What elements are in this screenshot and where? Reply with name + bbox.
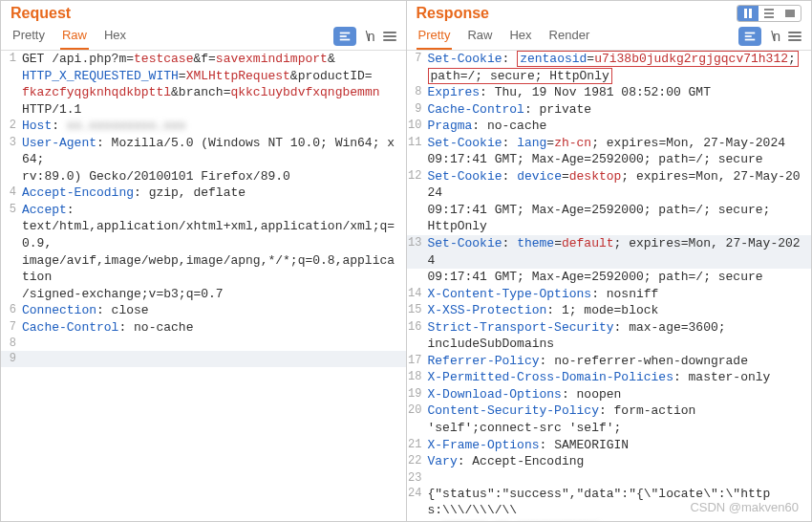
code-line[interactable]: 22Vary: Accept-Encoding	[407, 453, 812, 470]
wrap-lines-icon[interactable]: \n	[366, 29, 374, 44]
svg-rect-3	[745, 32, 756, 33]
line-number: 16	[407, 319, 428, 335]
code-line[interactable]: image/avif,image/webp,image/apng,*/*;q=0…	[1, 252, 406, 286]
line-number: 11	[407, 135, 428, 150]
view-mode-columns[interactable]	[737, 6, 759, 21]
line-number: 22	[407, 453, 428, 468]
line-number: 23	[407, 470, 428, 486]
line-number: 14	[407, 286, 428, 301]
line-content: HTTP_X_REQUESTED_WITH=XMLHttpRequest&pro…	[22, 68, 406, 85]
line-content: 09:17:41 GMT; Max-Age=2592000; path=/; s…	[428, 151, 812, 168]
code-line[interactable]: 17Referrer-Policy: no-referrer-when-down…	[407, 353, 812, 370]
tab-render[interactable]: Render	[547, 22, 592, 50]
view-mode-single[interactable]	[780, 6, 801, 21]
code-line[interactable]: 2Host: xx.xxxxxxxxx.xxx	[1, 118, 406, 135]
code-line[interactable]: includeSubDomains	[407, 336, 812, 353]
line-number: 20	[407, 402, 428, 418]
line-content: Strict-Transport-Security: max-age=3600;	[428, 319, 812, 337]
code-line[interactable]: 8	[1, 336, 406, 351]
code-line[interactable]: 09:17:41 GMT; Max-Age=2592000; path=/; s…	[407, 151, 812, 168]
line-number: 21	[407, 437, 428, 452]
beautify-button[interactable]	[333, 27, 356, 46]
line-content: Vary: Accept-Encoding	[428, 453, 812, 470]
line-content: Content-Security-Policy: form-action	[428, 402, 812, 420]
code-line[interactable]: 21X-Frame-Options: SAMEORIGIN	[407, 437, 812, 454]
line-number: 12	[407, 168, 428, 184]
line-content: 'self';connect-src 'self';	[428, 420, 812, 437]
code-line[interactable]: 3User-Agent: Mozilla/5.0 (Windows NT 10.…	[1, 135, 406, 168]
line-content: Expires: Thu, 19 Nov 1981 08:52:00 GMT	[428, 84, 812, 101]
code-line[interactable]: 16Strict-Transport-Security: max-age=360…	[407, 319, 812, 337]
code-line[interactable]: \/xxxxxx.xx.xxxxxxxxxxx	[407, 519, 812, 521]
line-content: rv:89.0) Gecko/20100101 Firefox/89.0	[22, 168, 406, 185]
view-mode-stacked[interactable]	[759, 6, 780, 21]
code-line[interactable]: 8Expires: Thu, 19 Nov 1981 08:52:00 GMT	[407, 84, 812, 101]
wrap-lines-icon[interactable]: \n	[771, 29, 779, 44]
line-number: 1	[1, 51, 22, 66]
svg-rect-1	[340, 35, 347, 37]
code-line[interactable]: 18X-Permitted-Cross-Domain-Policies: mas…	[407, 369, 812, 386]
code-line[interactable]: 20Content-Security-Policy: form-action	[407, 402, 812, 420]
response-tabs-row: PrettyRawHexRender \n	[407, 22, 812, 51]
line-content: \/xxxxxx.xx.xxxxxxxxxxx	[428, 519, 812, 521]
code-line[interactable]: 19X-Download-Options: noopen	[407, 386, 812, 403]
line-content: path=/; secure; HttpOnly	[428, 68, 812, 85]
line-number: 17	[407, 353, 428, 368]
response-code-area[interactable]: 7Set-Cookie: zentaosid=u7i38b0judkg2rgjg…	[407, 51, 812, 521]
code-line[interactable]: 'self';connect-src 'self';	[407, 420, 812, 437]
code-line[interactable]: 9	[1, 351, 406, 366]
line-number: 2	[1, 118, 22, 133]
response-tab-tools: \n	[738, 27, 801, 46]
code-line[interactable]: 24{"status":"success","data":"{\"locate\…	[407, 486, 812, 519]
line-number: 8	[407, 84, 428, 99]
code-line[interactable]: HttpOnly	[407, 218, 812, 235]
code-line[interactable]: 09:17:41 GMT; Max-Age=2592000; path=/; s…	[407, 202, 812, 219]
line-content: Cache-Control: private	[428, 101, 812, 119]
line-content: 09:17:41 GMT; Max-Age=2592000; path=/; s…	[428, 269, 812, 286]
code-line[interactable]: 9Cache-Control: private	[407, 101, 812, 119]
hamburger-icon[interactable]	[383, 30, 396, 43]
tab-raw[interactable]: Raw	[60, 22, 89, 50]
code-line[interactable]: 23	[407, 470, 812, 486]
code-line[interactable]: 15X-XSS-Protection: 1; mode=block	[407, 302, 812, 319]
beautify-button[interactable]	[738, 27, 761, 46]
code-line[interactable]: 7Cache-Control: no-cache	[1, 319, 406, 337]
line-content: /signed-exchange;v=b3;q=0.7	[22, 286, 406, 303]
tab-raw[interactable]: Raw	[465, 22, 494, 50]
line-number: 9	[407, 101, 428, 117]
svg-rect-4	[745, 35, 752, 37]
code-line[interactable]: 14X-Content-Type-Options: nosniff	[407, 286, 812, 303]
tab-hex[interactable]: Hex	[102, 22, 128, 50]
code-line[interactable]: 09:17:41 GMT; Max-Age=2592000; path=/; s…	[407, 269, 812, 286]
code-line[interactable]: HTTP_X_REQUESTED_WITH=XMLHttpRequest&pro…	[1, 68, 406, 85]
code-line[interactable]: 4Accept-Encoding: gzip, deflate	[1, 185, 406, 202]
code-line[interactable]: text/html,application/xhtml+xml,applicat…	[1, 218, 406, 251]
code-line[interactable]: path=/; secure; HttpOnly	[407, 68, 812, 85]
code-line[interactable]: 13Set-Cookie: theme=default; expires=Mon…	[407, 235, 812, 269]
request-tabs-row: PrettyRawHex \n	[1, 22, 406, 51]
hamburger-icon[interactable]	[788, 30, 801, 43]
code-line[interactable]: 11Set-Cookie: lang=zh-cn; expires=Mon, 2…	[407, 135, 812, 152]
request-title: Request	[11, 5, 71, 22]
code-line[interactable]: fkazcfyqgknhqdkbpttl&branch=qkkcluybdvfx…	[1, 84, 406, 101]
line-number: 6	[1, 302, 22, 317]
tab-hex[interactable]: Hex	[507, 22, 533, 50]
request-code-area[interactable]: 1GET /api.php?m=testcase&f=savexmindimpo…	[1, 51, 406, 521]
line-content: X-XSS-Protection: 1; mode=block	[428, 302, 812, 319]
code-line[interactable]: 5Accept:	[1, 202, 406, 219]
code-line[interactable]: HTTP/1.1	[1, 101, 406, 119]
line-content: Connection: close	[22, 302, 406, 319]
tab-pretty[interactable]: Pretty	[417, 22, 453, 50]
code-line[interactable]: /signed-exchange;v=b3;q=0.7	[1, 286, 406, 303]
view-mode-toggle[interactable]	[737, 5, 801, 22]
code-line[interactable]: 10Pragma: no-cache	[407, 118, 812, 135]
code-line[interactable]: 6Connection: close	[1, 302, 406, 319]
code-line[interactable]: 1GET /api.php?m=testcase&f=savexmindimpo…	[1, 51, 406, 68]
tab-pretty[interactable]: Pretty	[11, 22, 47, 50]
line-content: Pragma: no-cache	[428, 118, 812, 135]
line-number: 3	[1, 135, 22, 150]
code-line[interactable]: 7Set-Cookie: zentaosid=u7i38b0judkg2rgjg…	[407, 51, 812, 68]
code-line[interactable]: rv:89.0) Gecko/20100101 Firefox/89.0	[1, 168, 406, 185]
svg-rect-0	[340, 32, 351, 33]
code-line[interactable]: 12Set-Cookie: device=desktop; expires=Mo…	[407, 168, 812, 202]
